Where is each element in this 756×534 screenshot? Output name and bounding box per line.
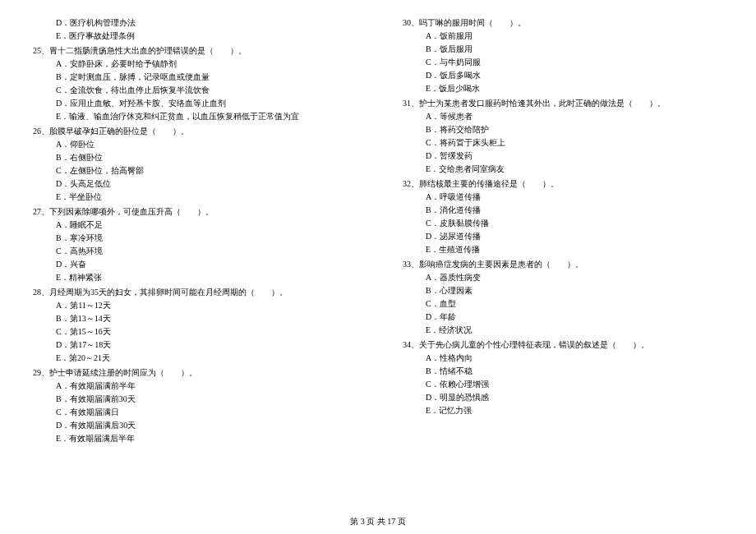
option-text: B．情绪不稳 <box>403 365 723 378</box>
option-text: A．呼吸道传播 <box>403 191 723 204</box>
option-text: E．医疗事故处理条例 <box>33 30 353 43</box>
option-text: D．泌尿道传播 <box>403 230 723 243</box>
option-text: D．年龄 <box>403 311 723 324</box>
question-block: 27、下列因素除哪项外，可使血压升高（ ）。 A．睡眠不足 B．寒冷环境 C．高… <box>33 205 353 284</box>
question-block: 28、月经周期为35天的妇女，其排卵时间可能在月经周期的（ ）。 A．第11～1… <box>33 286 353 365</box>
question-number: 29、 <box>33 368 49 377</box>
option-text: E．输液、输血治疗休克和纠正贫血，以血压恢复稍低于正常值为宜 <box>33 110 353 123</box>
option-text: C．全流饮食，待出血停止后恢复半流饮食 <box>33 84 353 97</box>
question-stem: 29、护士申请延续注册的时间应为（ ）。 <box>33 366 353 380</box>
question-number: 27、 <box>33 207 49 216</box>
page-footer: 第 3 页 共 17 页 <box>0 516 756 527</box>
option-text: A．性格内向 <box>403 352 723 365</box>
option-text: B．定时测血压，脉搏，记录呕血或便血量 <box>33 71 353 84</box>
option-text: D．暂缓发药 <box>403 150 723 163</box>
orphan-options-block: D．医疗机构管理办法 E．医疗事故处理条例 <box>33 16 353 43</box>
option-text: A．安静卧床，必要时给予镇静剂 <box>33 58 353 71</box>
option-text: D．明显的恐惧感 <box>403 391 723 404</box>
question-stem: 30、吗丁啉的服用时间（ ）。 <box>403 16 723 30</box>
option-text: E．有效期届满后半年 <box>33 432 353 445</box>
question-stem: 28、月经周期为35天的妇女，其排卵时间可能在月经周期的（ ）。 <box>33 286 353 299</box>
question-block: 25、胃十二指肠溃疡急性大出血的护理错误的是（ ）。 A．安静卧床，必要时给予镇… <box>33 44 353 123</box>
option-text: A．仰卧位 <box>33 138 353 151</box>
question-stem: 27、下列因素除哪项外，可使血压升高（ ）。 <box>33 205 353 219</box>
option-text: E．饭后少喝水 <box>403 82 723 95</box>
question-stem: 33、影响癌症发病的主要因素是患者的（ ）。 <box>403 258 723 271</box>
question-block: 34、关于先心病儿童的个性心理特征表现，错误的叙述是（ ）。 A．性格内向 B．… <box>403 338 723 417</box>
question-text: 肺结核最主要的传播途径是（ ）。 <box>419 179 559 188</box>
question-stem: 25、胃十二指肠溃疡急性大出血的护理错误的是（ ）。 <box>33 44 353 58</box>
option-text: B．消化道传播 <box>403 204 723 217</box>
option-text: C．高热环境 <box>33 245 353 258</box>
option-text: B．右侧卧位 <box>33 151 353 164</box>
option-text: A．饭前服用 <box>403 30 723 43</box>
option-text: C．第15～16天 <box>33 325 353 338</box>
option-text: E．第20～21天 <box>33 352 353 365</box>
question-stem: 34、关于先心病儿童的个性心理特征表现，错误的叙述是（ ）。 <box>403 338 723 352</box>
option-text: E．交给患者同室病友 <box>403 163 723 176</box>
option-text: C．与牛奶同服 <box>403 56 723 69</box>
question-block: 29、护士申请延续注册的时间应为（ ）。 A．有效期届满前半年 B．有效期届满前… <box>33 366 353 445</box>
option-text: D．有效期届满后30天 <box>33 419 353 432</box>
question-number: 32、 <box>403 179 419 188</box>
option-text: E．半坐卧位 <box>33 191 353 204</box>
option-text: C．血型 <box>403 297 723 311</box>
question-block: 33、影响癌症发病的主要因素是患者的（ ）。 A．器质性病变 B．心理因素 C．… <box>403 258 723 337</box>
question-number: 33、 <box>403 260 419 269</box>
option-text: B．有效期届满前30天 <box>33 393 353 406</box>
question-stem: 32、肺结核最主要的传播途径是（ ）。 <box>403 177 723 191</box>
exam-page: D．医疗机构管理办法 E．医疗事故处理条例 25、胃十二指肠溃疡急性大出血的护理… <box>0 0 756 501</box>
option-text: E．生殖道传播 <box>403 243 723 256</box>
option-text: C．有效期届满日 <box>33 406 353 419</box>
question-number: 25、 <box>33 46 49 55</box>
option-text: B．寒冷环境 <box>33 232 353 245</box>
question-text: 护士申请延续注册的时间应为（ ）。 <box>49 368 197 377</box>
option-text: A．等候患者 <box>403 110 723 123</box>
question-stem: 26、胎膜早破孕妇正确的卧位是（ ）。 <box>33 125 353 138</box>
option-text: E．经济状况 <box>403 324 723 337</box>
option-text: A．第11～12天 <box>33 299 353 312</box>
question-text: 关于先心病儿童的个性心理特征表现，错误的叙述是（ ）。 <box>419 340 649 349</box>
option-text: A．睡眠不足 <box>33 219 353 232</box>
question-text: 下列因素除哪项外，可使血压升高（ ）。 <box>49 207 214 216</box>
question-stem: 31、护士为某患者发口服药时恰逢其外出，此时正确的做法是（ ）。 <box>403 97 723 110</box>
option-text: B．第13～14天 <box>33 312 353 325</box>
option-text: D．应用止血敏、对羟基卡胺、安络血等止血剂 <box>33 97 353 110</box>
question-text: 吗丁啉的服用时间（ ）。 <box>419 18 526 27</box>
option-text: A．器质性病变 <box>403 271 723 284</box>
option-text: D．第17～18天 <box>33 338 353 352</box>
option-text: B．将药交给陪护 <box>403 123 723 136</box>
question-block: 26、胎膜早破孕妇正确的卧位是（ ）。 A．仰卧位 B．右侧卧位 C．左侧卧位，… <box>33 125 353 204</box>
question-text: 月经周期为35天的妇女，其排卵时间可能在月经周期的（ ）。 <box>49 288 288 297</box>
question-number: 30、 <box>403 18 419 27</box>
option-text: C．依赖心理增强 <box>403 378 723 391</box>
question-block: 30、吗丁啉的服用时间（ ）。 A．饭前服用 B．饭后服用 C．与牛奶同服 D．… <box>403 16 723 95</box>
option-text: B．饭后服用 <box>403 43 723 56</box>
question-text: 胎膜早破孕妇正确的卧位是（ ）。 <box>49 127 189 136</box>
option-text: D．饭后多喝水 <box>403 69 723 82</box>
question-text: 护士为某患者发口服药时恰逢其外出，此时正确的做法是（ ）。 <box>419 99 666 108</box>
question-block: 31、护士为某患者发口服药时恰逢其外出，此时正确的做法是（ ）。 A．等候患者 … <box>403 97 723 176</box>
question-number: 26、 <box>33 127 49 136</box>
option-text: D．头高足低位 <box>33 177 353 191</box>
option-text: D．医疗机构管理办法 <box>33 16 353 30</box>
option-text: E．记忆力强 <box>403 404 723 417</box>
option-text: A．有效期届满前半年 <box>33 380 353 393</box>
option-text: D．兴奋 <box>33 258 353 271</box>
question-number: 34、 <box>403 340 419 349</box>
option-text: B．心理因素 <box>403 284 723 297</box>
question-text: 影响癌症发病的主要因素是患者的（ ）。 <box>419 260 583 269</box>
question-number: 28、 <box>33 288 49 297</box>
option-text: E．精神紧张 <box>33 271 353 284</box>
option-text: C．皮肤黏膜传播 <box>403 217 723 230</box>
option-text: C．左侧卧位，抬高臀部 <box>33 164 353 177</box>
option-text: C．将药置于床头柜上 <box>403 136 723 150</box>
question-text: 胃十二指肠溃疡急性大出血的护理错误的是（ ）。 <box>49 46 247 55</box>
question-number: 31、 <box>403 99 419 108</box>
question-block: 32、肺结核最主要的传播途径是（ ）。 A．呼吸道传播 B．消化道传播 C．皮肤… <box>403 177 723 256</box>
